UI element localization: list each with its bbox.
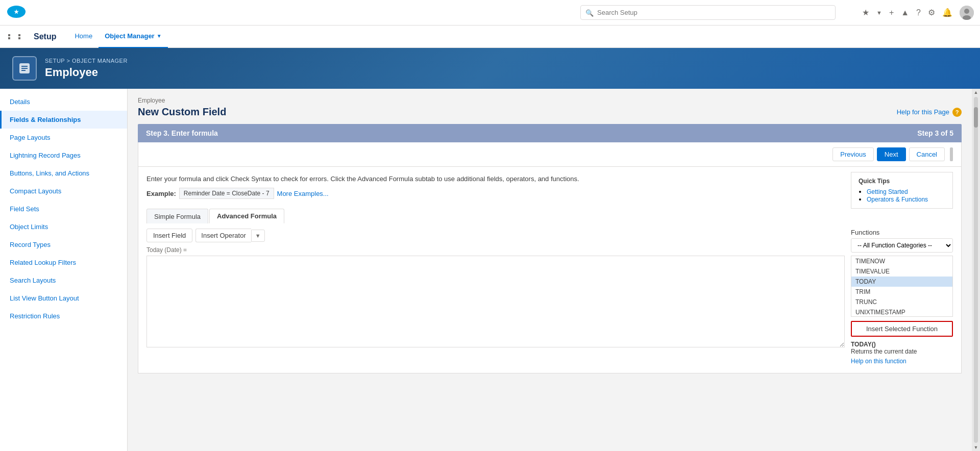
functions-panel: Functions -- All Function Categories -- … bbox=[851, 229, 953, 365]
avatar[interactable] bbox=[960, 6, 974, 20]
action-bar: Previous Next Cancel bbox=[138, 142, 961, 167]
sidebar-item-related-lookup-filters[interactable]: Related Lookup Filters bbox=[0, 254, 127, 271]
sidebar-item-compact-layouts[interactable]: Compact Layouts bbox=[0, 182, 127, 200]
next-button[interactable]: Next bbox=[877, 147, 906, 161]
content-page-title: New Custom Field bbox=[138, 106, 226, 118]
example-label: Example: bbox=[146, 190, 176, 197]
search-bar: 🔍 bbox=[580, 5, 836, 20]
insert-operator-button[interactable]: Insert Operator bbox=[195, 229, 251, 242]
formula-example: Example: Reminder Date = CloseDate - 7 M… bbox=[146, 188, 843, 199]
more-examples-link[interactable]: More Examples... bbox=[277, 190, 329, 197]
formula-left-panel: Insert Field Insert Operator ▼ Today (Da… bbox=[146, 229, 845, 349]
sidebar-item-record-types[interactable]: Record Types bbox=[0, 236, 127, 254]
svg-point-3 bbox=[964, 9, 969, 14]
scroll-down-arrow[interactable]: ▼ bbox=[974, 445, 978, 450]
sidebar-item-buttons-links-actions[interactable]: Buttons, Links, and Actions bbox=[0, 164, 127, 182]
content-parent-label: Employee bbox=[138, 97, 962, 104]
breadcrumb-object-manager-link[interactable]: OBJECT MANAGER bbox=[72, 58, 128, 64]
sidebar-item-fields-relationships[interactable]: Fields & Relationships bbox=[0, 111, 127, 129]
insert-operator-chevron[interactable]: ▼ bbox=[251, 230, 265, 242]
lightning-icon[interactable]: ▲ bbox=[901, 8, 909, 17]
functions-category-select[interactable]: -- All Function Categories -- Date and T… bbox=[851, 238, 953, 253]
sidebar-item-details[interactable]: Details bbox=[0, 93, 127, 111]
setup-title: Setup bbox=[34, 32, 56, 41]
sidebar-item-lightning-record-pages[interactable]: Lightning Record Pages bbox=[0, 146, 127, 164]
functions-label: Functions bbox=[851, 229, 953, 236]
function-desc-text: Returns the current date bbox=[851, 348, 917, 355]
scroll-track bbox=[974, 97, 978, 443]
function-name: TODAY() bbox=[851, 341, 876, 348]
page-title: Employee bbox=[45, 66, 128, 79]
sidebar-item-search-layouts[interactable]: Search Layouts bbox=[0, 271, 127, 289]
help-icon-circle: ? bbox=[955, 109, 959, 115]
sidebar-item-page-layouts[interactable]: Page Layouts bbox=[0, 129, 127, 146]
insert-selected-function-button[interactable]: Insert Selected Function bbox=[851, 321, 953, 337]
star-icon[interactable]: ★ bbox=[862, 8, 869, 17]
fn-item-trunc[interactable]: TRUNC bbox=[851, 297, 952, 307]
fn-item-trim[interactable]: TRIM bbox=[851, 287, 952, 297]
quick-tips-title: Quick Tips bbox=[859, 178, 945, 185]
quick-tips-box: Quick Tips Getting Started Operators & F… bbox=[851, 172, 953, 209]
fn-item-timevalue[interactable]: TIMEVALUE bbox=[851, 266, 952, 277]
quick-tips-operators-functions[interactable]: Operators & Functions bbox=[867, 196, 928, 203]
svg-text:★: ★ bbox=[14, 9, 19, 15]
sidebar: Details Fields & Relationships Page Layo… bbox=[0, 89, 128, 451]
fn-item-timenow[interactable]: TIMENOW bbox=[851, 256, 952, 266]
fn-item-today[interactable]: TODAY bbox=[851, 277, 952, 287]
formula-field-label: Today (Date) = bbox=[146, 246, 845, 254]
function-description: TODAY() Returns the current date bbox=[851, 341, 953, 355]
resize-handle[interactable] bbox=[950, 147, 953, 161]
formula-body: Quick Tips Getting Started Operators & F… bbox=[138, 167, 961, 373]
page-header-banner: SETUP > OBJECT MANAGER Employee bbox=[0, 48, 980, 89]
step-label: Step 3. Enter formula bbox=[146, 129, 218, 137]
top-nav: ★ 🔍 ★ ▼ + ▲ ? ⚙ 🔔 bbox=[0, 0, 980, 26]
breadcrumb-area: SETUP > OBJECT MANAGER Employee bbox=[45, 58, 128, 79]
formula-textarea[interactable] bbox=[146, 256, 845, 347]
sidebar-item-list-view-button-layout[interactable]: List View Button Layout bbox=[0, 289, 127, 307]
gear-icon[interactable]: ⚙ bbox=[928, 8, 935, 17]
dropdown-icon[interactable]: ▼ bbox=[876, 10, 882, 16]
sidebar-item-object-limits[interactable]: Object Limits bbox=[0, 218, 127, 236]
formula-content-box: Previous Next Cancel Quick Tips Getting … bbox=[138, 142, 962, 373]
right-scroll-panel: ▲ ▼ bbox=[972, 89, 980, 451]
sidebar-item-field-sets[interactable]: Field Sets bbox=[0, 200, 127, 218]
help-link[interactable]: Help for this Page bbox=[897, 108, 949, 116]
scroll-thumb[interactable] bbox=[974, 107, 978, 128]
search-icon: 🔍 bbox=[585, 9, 594, 16]
quick-tips-getting-started[interactable]: Getting Started bbox=[867, 188, 908, 195]
nav-object-manager[interactable]: Object Manager ▼ bbox=[99, 26, 167, 48]
salesforce-logo[interactable]: ★ bbox=[6, 5, 27, 20]
sidebar-item-restriction-rules[interactable]: Restriction Rules bbox=[0, 307, 127, 325]
tab-simple-formula[interactable]: Simple Formula bbox=[146, 209, 208, 223]
chevron-down-icon: ▼ bbox=[157, 33, 162, 39]
formula-editor-row: Insert Field Insert Operator ▼ Today (Da… bbox=[146, 229, 953, 365]
nav-home[interactable]: Home bbox=[68, 26, 99, 48]
step-indicator: Step 3 of 5 bbox=[917, 129, 953, 137]
bell-icon[interactable]: 🔔 bbox=[942, 8, 952, 17]
function-help-link[interactable]: Help on this function bbox=[851, 358, 906, 365]
cancel-button[interactable]: Cancel bbox=[909, 147, 945, 161]
fn-item-unixtimestamp[interactable]: UNIXTIMESTAMP bbox=[851, 307, 952, 317]
secondary-nav: Setup Home Object Manager ▼ bbox=[0, 26, 980, 48]
formula-instruction: Enter your formula and click Check Synta… bbox=[146, 175, 953, 183]
functions-list: TIMENOW TIMEVALUE TODAY TRIM TRUNC UNIXT… bbox=[851, 256, 953, 317]
main-layout: Details Fields & Relationships Page Layo… bbox=[0, 89, 980, 451]
insert-operator-wrap: Insert Operator ▼ bbox=[195, 229, 264, 242]
breadcrumb-separator: > bbox=[67, 58, 72, 64]
add-icon[interactable]: + bbox=[889, 8, 894, 17]
insert-buttons: Insert Field Insert Operator ▼ bbox=[146, 229, 845, 242]
tab-advanced-formula[interactable]: Advanced Formula bbox=[209, 209, 284, 223]
insert-field-button[interactable]: Insert Field bbox=[146, 229, 192, 242]
content-area: Employee New Custom Field Help for this … bbox=[128, 89, 972, 451]
formula-tabs: Simple Formula Advanced Formula bbox=[146, 209, 953, 223]
object-icon-box bbox=[12, 56, 37, 81]
step-banner: Step 3. Enter formula Step 3 of 5 bbox=[138, 124, 962, 142]
previous-button[interactable]: Previous bbox=[832, 147, 874, 161]
search-input[interactable] bbox=[580, 5, 836, 20]
help-icon[interactable]: ? bbox=[916, 8, 921, 17]
scroll-up-arrow[interactable]: ▲ bbox=[974, 90, 978, 95]
top-nav-icons: ★ ▼ + ▲ ? ⚙ 🔔 bbox=[862, 6, 974, 20]
breadcrumb: SETUP > OBJECT MANAGER bbox=[45, 58, 128, 64]
breadcrumb-setup-link[interactable]: SETUP bbox=[45, 58, 65, 64]
app-launcher-icon[interactable] bbox=[8, 34, 28, 39]
